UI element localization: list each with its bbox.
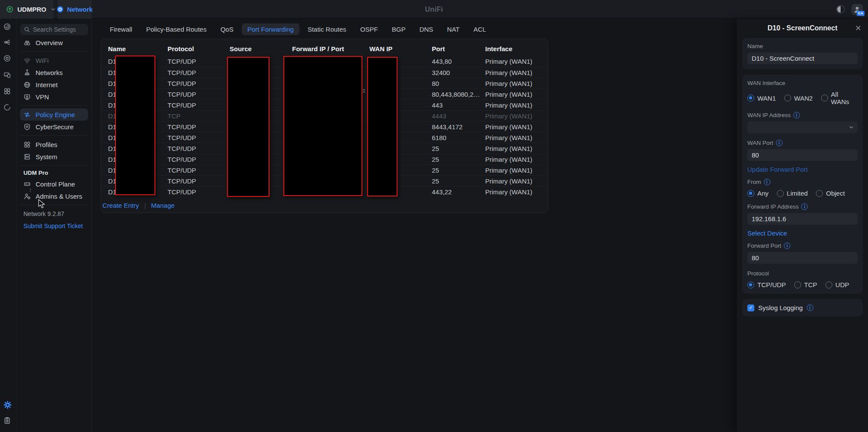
- column-header-name: Name: [108, 45, 168, 52]
- manage-button[interactable]: Manage: [151, 202, 174, 209]
- tab-acl[interactable]: ACL: [468, 23, 492, 35]
- tab-dns[interactable]: DNS: [414, 23, 439, 35]
- protocol-label: Protocol: [747, 270, 858, 277]
- tab-bgp[interactable]: BGP: [386, 23, 411, 35]
- name-field[interactable]: [747, 52, 858, 64]
- cell-port: 80,443,8080,2022,102...: [432, 89, 485, 99]
- radio-udp[interactable]: UDP: [825, 281, 849, 288]
- edit-port-forward-panel: D10 - ScreenConnect Name WAN Interface W…: [737, 19, 868, 432]
- select-device-link[interactable]: Select Device: [747, 229, 858, 237]
- info-icon[interactable]: [793, 112, 800, 118]
- wan-port-field[interactable]: [747, 149, 858, 161]
- radio-tcp-udp[interactable]: TCP/UDP: [747, 281, 786, 288]
- radio-tcp[interactable]: TCP: [794, 281, 817, 288]
- networks-icon: [23, 69, 31, 76]
- cell-interface: Primary (WAN1): [485, 89, 548, 99]
- vpn-icon: [23, 93, 31, 101]
- tab-nat[interactable]: NAT: [441, 23, 465, 35]
- info-icon[interactable]: [801, 203, 808, 210]
- radio-wan2[interactable]: WAN2: [784, 95, 813, 102]
- nav-divider: [20, 105, 88, 106]
- sidebar-item-label: System: [36, 153, 57, 160]
- sidebar-item-vpn[interactable]: VPN: [20, 91, 88, 103]
- radio-dot: [821, 95, 828, 101]
- create-entry-button[interactable]: Create Entry: [102, 202, 139, 209]
- radio-icon[interactable]: [3, 55, 13, 64]
- chevron-down-icon: [848, 124, 854, 130]
- sidebar-item-wifi[interactable]: WiFi: [20, 54, 88, 66]
- cell-interface: Primary (WAN1): [485, 165, 548, 175]
- name-label: Name: [747, 43, 858, 49]
- cell-interface: Primary (WAN1): [485, 154, 548, 164]
- sidebar-item-networks[interactable]: Networks: [20, 66, 88, 79]
- sidebar-item-system[interactable]: System: [20, 151, 88, 163]
- tab-port-forwarding[interactable]: Port Forwarding: [242, 23, 299, 35]
- radio-limited[interactable]: Limited: [777, 190, 808, 197]
- theme-toggle-icon[interactable]: [836, 5, 845, 14]
- tab-policy-based-routes[interactable]: Policy-Based Routes: [141, 23, 212, 35]
- search-settings[interactable]: [20, 24, 88, 35]
- cell-interface: Primary (WAN1): [485, 132, 548, 143]
- tab-ospf[interactable]: OSPF: [355, 23, 384, 35]
- radio-any[interactable]: Any: [747, 190, 769, 197]
- column-header-wan-ip: WAN IP: [369, 45, 432, 52]
- tab-qos[interactable]: QoS: [215, 23, 239, 35]
- search-input[interactable]: [33, 26, 84, 33]
- dashboard-icon[interactable]: [3, 23, 13, 33]
- cell-interface: Primary (WAN1): [485, 78, 548, 88]
- radio-dot: [747, 190, 754, 197]
- settings-gear-icon[interactable]: [3, 401, 13, 410]
- sidebar-item-internet[interactable]: Internet: [20, 79, 88, 91]
- policy-engine-icon: [23, 111, 31, 118]
- radio-label: All WANs: [831, 91, 858, 105]
- cell-protocol: TCP/UDP: [168, 89, 230, 99]
- syslog-checkbox[interactable]: [747, 304, 754, 311]
- sidebar-item-label: Admins & Users: [36, 193, 82, 200]
- cell-interface: Primary (WAN1): [485, 121, 548, 132]
- insights-icon[interactable]: [3, 104, 13, 113]
- column-header-forward-ip-port: Forward IP / Port: [292, 45, 369, 52]
- cell-interface: Primary (WAN1): [485, 176, 548, 186]
- sidebar-item-overview[interactable]: Overview: [20, 36, 88, 49]
- submit-support-ticket-link[interactable]: Submit Support Ticket: [23, 223, 85, 229]
- sidebar-item-cybersecure[interactable]: CyberSecure: [20, 121, 88, 133]
- top-bar: UDMPRO Network UniFi EA: [0, 0, 868, 19]
- forward-port-field[interactable]: [747, 252, 858, 264]
- tab-static-routes[interactable]: Static Routes: [302, 23, 352, 35]
- info-icon[interactable]: [807, 304, 813, 311]
- cell-protocol: TCP/UDP: [168, 56, 230, 67]
- nav-divider: [20, 165, 88, 166]
- cybersecure-icon: [23, 123, 31, 131]
- sidebar-item-policy-engine[interactable]: Policy Engine: [20, 108, 88, 121]
- cell-interface: Primary (WAN1): [485, 111, 548, 121]
- cell-protocol: TCP/UDP: [168, 143, 230, 154]
- wan-ip-select[interactable]: [747, 121, 858, 133]
- sidebar-item-profiles[interactable]: Profiles: [20, 138, 88, 151]
- radio-object[interactable]: Object: [816, 190, 845, 197]
- sidebar-item-label: Networks: [36, 69, 63, 76]
- tab-firewall[interactable]: Firewall: [104, 23, 138, 35]
- radio-label: WAN2: [794, 95, 813, 102]
- cell-protocol: TCP: [168, 111, 230, 121]
- panel-title: D10 - ScreenConnect: [768, 24, 838, 32]
- user-avatar[interactable]: EA: [852, 4, 863, 15]
- cell-protocol: TCP/UDP: [168, 132, 230, 143]
- sidebar-item-admins-users[interactable]: Admins & Users: [20, 190, 88, 202]
- control-plane-icon: [23, 180, 31, 188]
- devices-icon[interactable]: [3, 71, 13, 81]
- forward-ip-field[interactable]: [747, 213, 858, 225]
- update-forward-port-link[interactable]: Update Forward Port: [747, 166, 858, 173]
- info-icon[interactable]: [776, 140, 783, 146]
- syslog-card: Syslog Logging: [742, 299, 863, 317]
- info-icon[interactable]: [764, 179, 770, 185]
- sidebar-item-label: Policy Engine: [36, 111, 75, 118]
- clients-icon[interactable]: [3, 88, 13, 97]
- sidebar-item-label: Internet: [36, 81, 58, 88]
- info-icon[interactable]: [784, 242, 790, 249]
- system-log-icon[interactable]: [3, 417, 13, 426]
- radio-all-wans[interactable]: All WANs: [821, 91, 858, 105]
- close-icon[interactable]: [855, 24, 862, 32]
- radio-wan1[interactable]: WAN1: [747, 95, 776, 102]
- topology-icon[interactable]: [3, 39, 13, 48]
- cell-protocol: TCP/UDP: [168, 165, 230, 175]
